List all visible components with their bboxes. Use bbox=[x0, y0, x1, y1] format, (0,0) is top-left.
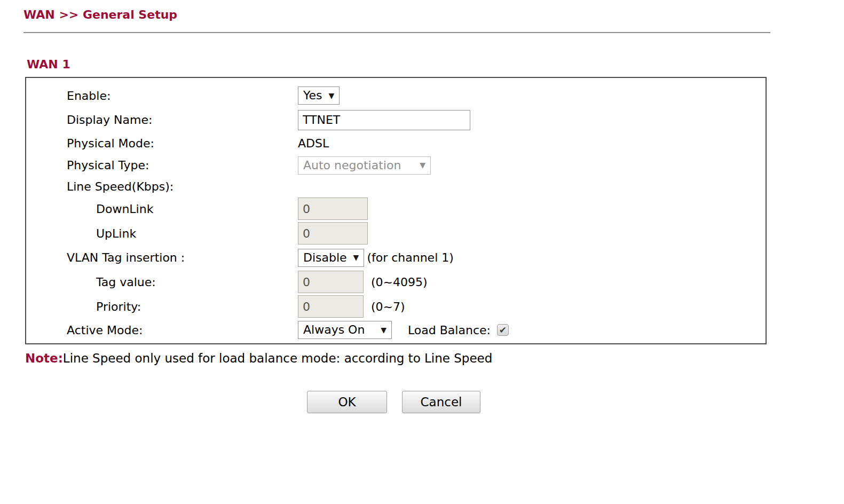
tag-value-range: (0~4095) bbox=[371, 275, 428, 289]
active-mode-select-value: Always On bbox=[303, 323, 365, 336]
row-priority: Priority: (0~7) bbox=[26, 294, 766, 319]
physical-type-select: Auto negotiation ▼ bbox=[298, 156, 431, 175]
line-speed-label: Line Speed(Kbps): bbox=[26, 180, 298, 193]
vlan-tag-suffix: (for channel 1) bbox=[367, 251, 453, 264]
wan1-settings-panel: Enable: Yes ▼ Display Name: Physical Mod… bbox=[25, 77, 767, 344]
priority-label: Priority: bbox=[26, 300, 298, 313]
note-text: Line Speed only used for load balance mo… bbox=[63, 351, 493, 365]
row-tag-value: Tag value: (0~4095) bbox=[26, 270, 766, 294]
row-physical-type: Physical Type: Auto negotiation ▼ bbox=[26, 154, 766, 176]
uplink-input bbox=[298, 222, 368, 245]
row-enable: Enable: Yes ▼ bbox=[26, 83, 766, 108]
action-buttons: OK Cancel bbox=[307, 391, 844, 413]
physical-type-select-value: Auto negotiation bbox=[303, 159, 401, 172]
breadcrumb: WAN >> General Setup bbox=[23, 7, 844, 22]
tag-value-label: Tag value: bbox=[26, 275, 298, 289]
physical-type-label: Physical Type: bbox=[26, 159, 298, 172]
enable-select[interactable]: Yes ▼ bbox=[298, 86, 340, 105]
row-physical-mode: Physical Mode: ADSL bbox=[26, 132, 766, 154]
header-divider bbox=[23, 32, 770, 33]
row-display-name: Display Name: bbox=[26, 108, 766, 132]
downlink-label: DownLink bbox=[26, 202, 298, 216]
chevron-down-icon: ▼ bbox=[420, 161, 425, 169]
ok-button[interactable]: OK bbox=[307, 391, 387, 413]
chevron-down-icon: ▼ bbox=[381, 326, 386, 334]
tag-value-input bbox=[298, 271, 364, 293]
chevron-down-icon: ▼ bbox=[353, 254, 359, 261]
load-balance-checkbox[interactable]: ✔ bbox=[497, 324, 509, 336]
vlan-tag-select[interactable]: Disable ▼ bbox=[298, 249, 364, 267]
row-vlan-tag: VLAN Tag insertion : Disable ▼ (for chan… bbox=[26, 246, 766, 270]
vlan-tag-select-value: Disable bbox=[303, 251, 347, 264]
wan-general-setup-page: WAN >> General Setup WAN 1 Enable: Yes ▼… bbox=[0, 0, 844, 504]
vlan-tag-label: VLAN Tag insertion : bbox=[26, 251, 298, 264]
note-label: Note: bbox=[25, 351, 63, 365]
section-title-wan1: WAN 1 bbox=[27, 58, 844, 71]
note: Note:Line Speed only used for load balan… bbox=[25, 351, 844, 365]
uplink-label: UpLink bbox=[26, 227, 298, 240]
row-line-speed: Line Speed(Kbps): bbox=[26, 176, 766, 196]
priority-range: (0~7) bbox=[371, 300, 405, 313]
checkmark-icon: ✔ bbox=[499, 325, 507, 335]
enable-select-value: Yes bbox=[303, 89, 322, 102]
active-mode-label: Active Mode: bbox=[26, 324, 298, 337]
physical-mode-label: Physical Mode: bbox=[26, 137, 298, 150]
load-balance-label: Load Balance: bbox=[408, 324, 491, 337]
downlink-input bbox=[298, 198, 368, 220]
priority-input bbox=[298, 295, 364, 318]
row-active-mode: Active Mode: Always On ▼ Load Balance: ✔ bbox=[26, 319, 766, 341]
display-name-input[interactable] bbox=[298, 110, 470, 130]
cancel-button[interactable]: Cancel bbox=[402, 391, 480, 413]
display-name-label: Display Name: bbox=[26, 113, 298, 127]
chevron-down-icon: ▼ bbox=[329, 92, 335, 99]
physical-mode-value: ADSL bbox=[298, 137, 329, 150]
enable-label: Enable: bbox=[26, 89, 298, 103]
row-downlink: DownLink bbox=[26, 196, 766, 221]
row-uplink: UpLink bbox=[26, 221, 766, 246]
active-mode-select[interactable]: Always On ▼ bbox=[298, 321, 392, 339]
